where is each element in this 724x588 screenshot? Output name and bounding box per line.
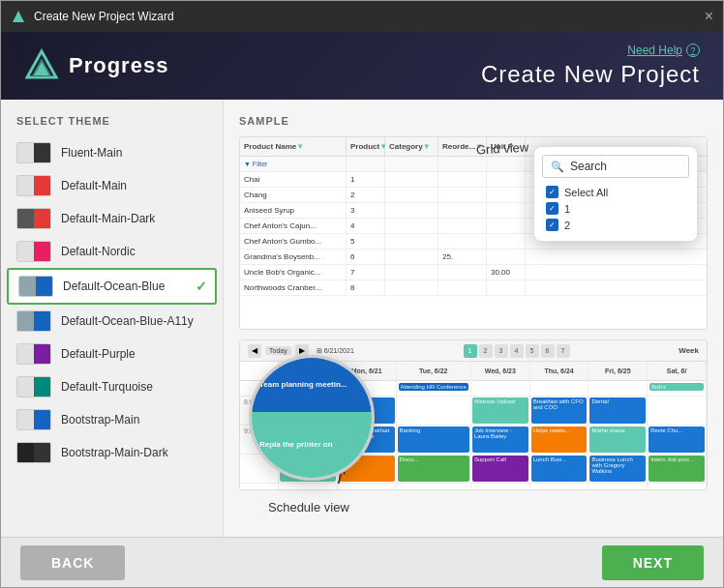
current-date: ⊞ 6/21/2021 <box>317 347 354 355</box>
header-right: Need Help ? Create New Project <box>481 44 700 88</box>
main-content: SAMPLE Product Name ▼ Product ▼ Category… <box>224 100 723 537</box>
sample-area: Product Name ▼ Product ▼ Category ▼ Reor… <box>239 136 708 519</box>
cal-event: Revie Chu... <box>649 426 705 453</box>
theme-item-default-turquoise[interactable]: Default-Turquoise <box>1 370 223 403</box>
day-tue: Tue, 6/22 Attending HR Conference Bankin… <box>397 362 471 489</box>
theme-name: Default-Purple <box>61 347 136 361</box>
day-fri: Fri, 6/25 Dental Mathe status Business L… <box>588 362 648 489</box>
theme-item-bootstrap-main-dark[interactable]: Bootstrap-Main-Dark <box>1 436 223 469</box>
filter-row: ▼ Filter <box>240 157 347 171</box>
theme-name: Fluent-Main <box>61 146 122 160</box>
sample-label: SAMPLE <box>239 115 708 127</box>
filter-item-2: ✓ 2 <box>542 217 689 233</box>
need-help-text: Need Help <box>627 44 682 57</box>
theme-swatch <box>16 175 51 196</box>
page-4[interactable]: 4 <box>510 344 524 358</box>
titlebar: Create New Project Wizard × <box>1 1 723 32</box>
cal-event: Dental <box>589 397 646 424</box>
theme-item-default-main[interactable]: Default-Main <box>1 169 223 202</box>
theme-swatch <box>16 208 51 229</box>
titlebar-title: Create New Project Wizard <box>34 10 174 23</box>
cal-event: Mathe status <box>589 426 646 453</box>
col-product-name: Product Name ▼ <box>240 137 347 156</box>
theme-item-default-main-dark[interactable]: Default-Main-Dark <box>1 202 223 235</box>
theme-swatch <box>16 442 51 463</box>
theme-name: Default-Ocean-Blue <box>63 279 165 293</box>
day-header-fri: Fri, 6/25 <box>588 362 647 381</box>
zoomed-search-popup: 🔍 Search ✓ Select All ✓ 1 ✓ 2 <box>533 146 698 242</box>
help-icon: ? <box>686 44 700 57</box>
col-product: Product ▼ <box>347 137 385 156</box>
search-icon: 🔍 <box>551 161 564 173</box>
theme-name: Bootstrap-Main <box>61 413 139 426</box>
theme-item-default-nordic[interactable]: Default-Nordic <box>1 235 223 268</box>
header-title: Create New Project <box>481 61 700 88</box>
page-5[interactable]: 5 <box>526 344 539 358</box>
back-button[interactable]: BACK <box>20 545 125 580</box>
theme-name: Default-Main-Dark <box>61 212 155 225</box>
next-button[interactable]: NEXT <box>602 545 704 580</box>
checkbox-select-all: ✓ <box>546 186 558 198</box>
day-header-thu: Thu, 6/24 <box>530 362 588 381</box>
theme-item-default-ocean-blue-a11y[interactable]: Default-Ocean-Blue-A11y <box>1 305 223 338</box>
show-hours-bar: ○ Show business hours <box>240 489 707 490</box>
view-week-label: Week <box>679 346 699 355</box>
main-window: Create New Project Wizard × Progress Nee… <box>0 0 724 588</box>
checkbox-2: ✓ <box>546 219 558 231</box>
app-icon <box>11 9 26 24</box>
day-wed: Wed, 6/23 Website Upload Job Interview -… <box>471 362 530 489</box>
theme-name: Default-Turquoise <box>61 380 153 394</box>
filter-label-2: 2 <box>564 220 570 231</box>
search-text: Search <box>570 160 607 173</box>
theme-name: Bootstrap-Main-Dark <box>61 446 168 459</box>
theme-swatch <box>16 409 51 430</box>
page-7[interactable]: 7 <box>557 344 570 358</box>
page-numbers: 1 2 3 4 5 6 7 <box>464 344 570 358</box>
cal-event: Breakfast with CFO and COO <box>531 397 588 424</box>
filter-label-1: 1 <box>564 203 570 215</box>
sidebar-section-label: SELECT THEME <box>1 115 223 136</box>
day-sat: Sat, 6/ Bob's Revie Chu... Intern Job pr… <box>648 362 707 489</box>
page-6[interactable]: 6 <box>541 344 555 358</box>
checkbox-1: ✓ <box>546 202 558 215</box>
page-3[interactable]: 3 <box>495 344 508 358</box>
grid-view-label: Grid view <box>475 140 528 158</box>
logo-text: Progress <box>69 53 168 78</box>
allday-sat: Bob's <box>649 383 704 391</box>
day-thu: Thu, 6/24 Breakfast with CFO and COO Hel… <box>530 362 589 489</box>
need-help-link[interactable]: Need Help ? <box>627 44 700 57</box>
theme-item-default-ocean-blue[interactable]: Default-Ocean-Blue ✓ <box>7 268 217 305</box>
day-header-tue: Tue, 6/22 <box>397 362 470 381</box>
page-2[interactable]: 2 <box>479 344 493 358</box>
svg-marker-0 <box>13 11 24 22</box>
day-header-wed: Wed, 6/23 <box>471 362 529 381</box>
cal-event: Intern Job proc... <box>649 456 705 482</box>
sidebar: SELECT THEME Fluent-Main Default-Main <box>1 100 224 537</box>
theme-item-default-purple[interactable]: Default-Purple <box>1 338 223 370</box>
theme-swatch <box>18 276 53 297</box>
theme-swatch <box>16 343 51 365</box>
theme-item-bootstrap-main[interactable]: Bootstrap-Main <box>1 403 223 436</box>
progress-logo-icon <box>24 48 59 83</box>
search-input-display: 🔍 Search <box>542 155 689 178</box>
cal-event: Lunch Busi... <box>531 456 588 482</box>
theme-item-fluent-main[interactable]: Fluent-Main <box>1 136 223 169</box>
footer: BACK NEXT <box>1 537 723 587</box>
logo: Progress <box>24 48 168 83</box>
theme-name: Default-Ocean-Blue-A11y <box>61 314 194 328</box>
nav-prev-button[interactable]: ◀ <box>248 344 261 358</box>
content-area: SELECT THEME Fluent-Main Default-Main <box>1 100 723 537</box>
close-button[interactable]: × <box>705 9 713 24</box>
theme-swatch <box>16 376 51 397</box>
selected-checkmark: ✓ <box>196 279 207 294</box>
today-button[interactable]: Today <box>265 346 291 355</box>
cal-event: Banking <box>398 426 469 453</box>
magnifier-circle: Team planning meetin... Repla the printe… <box>249 355 375 481</box>
cal-event: Job Interview - Laura Bailey <box>472 426 528 453</box>
cal-event: Disco... <box>398 456 469 482</box>
filter-item-1: ✓ 1 <box>542 200 689 217</box>
theme-swatch <box>16 310 51 332</box>
page-1[interactable]: 1 <box>464 344 477 358</box>
cal-event: Helps meets... <box>531 426 588 453</box>
select-all-item: ✓ Select All <box>542 184 689 200</box>
